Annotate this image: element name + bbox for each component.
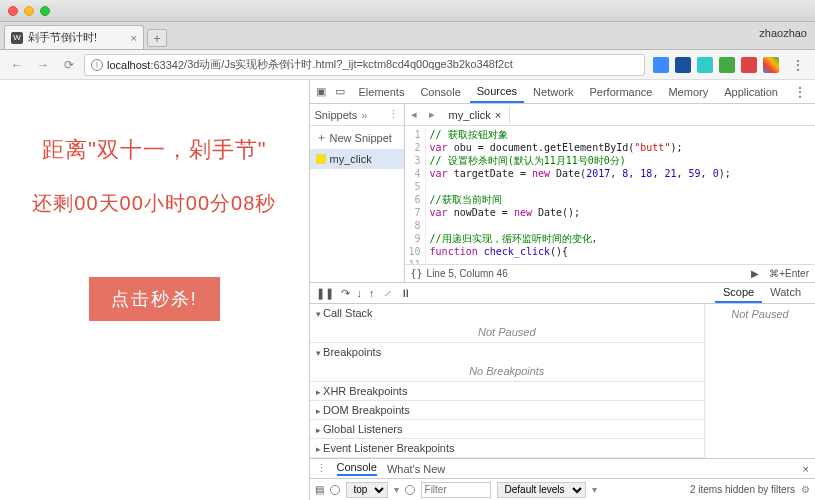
braces-icon[interactable]: {} — [411, 268, 423, 279]
scope-tabs: Scope Watch — [715, 283, 809, 303]
file-nav-prev-icon[interactable]: ◂ — [405, 108, 423, 121]
url-path: /3d动画/Js实现秒杀倒计时.html?_ijt=kctm8cd4q00qge… — [184, 57, 513, 72]
snippets-sidebar: Snippets » ⋮ ＋ New Snippet my_click — [310, 104, 405, 282]
editor-status: {} Line 5, Column 46 ▶ ⌘+Enter — [405, 264, 815, 282]
nav-reload-button[interactable]: ⟳ — [58, 54, 80, 76]
address-bar[interactable]: i localhost:63342/3d动画/Js实现秒杀倒计时.html?_i… — [84, 54, 645, 76]
new-snippet-label: New Snippet — [330, 132, 392, 144]
levels-select[interactable]: Default levels — [497, 482, 586, 498]
extension-icon[interactable] — [741, 57, 757, 73]
webpage-content: 距离"双十一，剁手节" 还剩00天00小时00分08秒 点击秒杀! — [0, 80, 309, 500]
clear-console-icon[interactable] — [330, 485, 340, 495]
code-content[interactable]: // 获取按钮对象 var obu = document.getElementB… — [426, 126, 815, 264]
tab-application[interactable]: Application — [717, 82, 785, 102]
snippet-item[interactable]: my_click — [310, 149, 404, 169]
file-tabbar: ◂ ▸ my_click × — [405, 104, 815, 126]
filter-input[interactable] — [421, 482, 491, 498]
breakpoints-empty: No Breakpoints — [310, 361, 704, 381]
devtools-menu-button[interactable]: ⋮ — [789, 84, 811, 100]
console-toolbar: ▤ top ▾ Default levels ▾ 2 items hidden … — [310, 478, 815, 500]
window-titlebar — [0, 0, 815, 22]
drawer-close-icon[interactable]: × — [803, 463, 809, 475]
tab-memory[interactable]: Memory — [661, 82, 715, 102]
window-maximize-button[interactable] — [40, 6, 50, 16]
extension-icon[interactable] — [675, 57, 691, 73]
chevrons-icon[interactable]: » — [361, 109, 367, 121]
window-minimize-button[interactable] — [24, 6, 34, 16]
tab-console[interactable]: Console — [413, 82, 467, 102]
step-over-icon[interactable]: ↷ — [341, 287, 350, 300]
section-global-listeners[interactable]: Global Listeners — [310, 420, 704, 438]
code-editor[interactable]: 1234567891011121314151617181920212223242… — [405, 126, 815, 264]
run-shortcut: ⌘+Enter — [769, 268, 809, 279]
console-settings-icon[interactable]: ⚙ — [801, 484, 810, 495]
cursor-position: Line 5, Column 46 — [427, 268, 508, 279]
extension-icon[interactable] — [697, 57, 713, 73]
toolbar: ← → ⟳ i localhost:63342/3d动画/Js实现秒杀倒计时.h… — [0, 50, 815, 80]
window-close-button[interactable] — [8, 6, 18, 16]
line-gutter: 1234567891011121314151617181920212223242… — [405, 126, 426, 264]
section-breakpoints[interactable]: Breakpoints — [310, 343, 704, 361]
section-dom-bp[interactable]: DOM Breakpoints — [310, 401, 704, 419]
nav-back-button[interactable]: ← — [6, 54, 28, 76]
pause-exceptions-icon[interactable]: ⏸ — [400, 287, 411, 299]
extension-icon[interactable] — [763, 57, 779, 73]
browser-tab[interactable]: W 剁手节倒计时! × — [4, 25, 144, 49]
extensions-tray — [649, 57, 783, 73]
snippets-header[interactable]: Snippets » ⋮ — [310, 104, 404, 126]
device-toggle-icon[interactable]: ▭ — [333, 85, 347, 99]
context-select[interactable]: top — [346, 482, 388, 498]
snippets-title: Snippets — [315, 109, 358, 121]
deactivate-bp-icon[interactable]: ⟋ — [382, 287, 393, 299]
drawer-menu-icon[interactable]: ⋮ — [316, 462, 327, 475]
tab-watch[interactable]: Watch — [762, 283, 809, 303]
live-expr-icon[interactable] — [405, 485, 415, 495]
tab-scope[interactable]: Scope — [715, 283, 762, 303]
section-callstack[interactable]: Call Stack — [310, 304, 704, 322]
traffic-lights — [8, 6, 50, 16]
debugger-controls: ❚❚ ↷ ↓ ↑ ⟋ ⏸ Scope Watch — [310, 282, 815, 304]
drawer-tabbar: ⋮ Console What's New × — [310, 458, 815, 478]
callstack-empty: Not Paused — [310, 322, 704, 342]
drawer-tab-whatsnew[interactable]: What's New — [387, 463, 445, 475]
file-tab[interactable]: my_click × — [441, 106, 511, 124]
page-heading: 距离"双十一，剁手节" — [42, 135, 267, 165]
drawer-tab-console[interactable]: Console — [337, 461, 377, 476]
close-icon[interactable]: × — [495, 109, 501, 121]
snippet-name: my_click — [330, 153, 372, 165]
pause-icon[interactable]: ❚❚ — [316, 287, 334, 300]
tab-sources[interactable]: Sources — [470, 81, 524, 103]
new-snippet-button[interactable]: ＋ New Snippet — [310, 126, 404, 149]
devtools-tabbar: ▣ ▭ Elements Console Sources Network Per… — [310, 80, 815, 104]
snippets-more-icon[interactable]: ⋮ — [388, 108, 399, 121]
run-icon[interactable]: ▶ — [751, 268, 759, 279]
tab-elements[interactable]: Elements — [352, 82, 412, 102]
hidden-count[interactable]: 2 items hidden by filters — [690, 484, 795, 495]
step-out-icon[interactable]: ↑ — [369, 287, 375, 299]
nav-forward-button[interactable]: → — [32, 54, 54, 76]
seckill-button[interactable]: 点击秒杀! — [89, 277, 220, 321]
section-xhr[interactable]: XHR Breakpoints — [310, 382, 704, 400]
extension-icon[interactable] — [653, 57, 669, 73]
devtools-panel: ▣ ▭ Elements Console Sources Network Per… — [309, 80, 815, 500]
step-into-icon[interactable]: ↓ — [357, 287, 363, 299]
tab-performance[interactable]: Performance — [582, 82, 659, 102]
profile-label[interactable]: zhaozhao — [759, 27, 807, 39]
extension-icon[interactable] — [719, 57, 735, 73]
browser-tabstrip: W 剁手节倒计时! × ＋ zhaozhao — [0, 22, 815, 50]
inspect-icon[interactable]: ▣ — [314, 85, 328, 99]
editor-area: ◂ ▸ my_click × 1234567891011121314151617… — [405, 104, 815, 282]
js-file-icon — [316, 154, 326, 164]
debugger-sections: Call Stack Not Paused Breakpoints No Bre… — [310, 304, 815, 458]
countdown-text: 还剩00天00小时00分08秒 — [32, 190, 276, 217]
tab-close-button[interactable]: × — [131, 32, 137, 44]
file-nav-next-icon[interactable]: ▸ — [423, 108, 441, 121]
scope-empty: Not Paused — [705, 304, 815, 324]
console-sidebar-icon[interactable]: ▤ — [315, 484, 324, 495]
browser-menu-button[interactable]: ⋮ — [787, 57, 809, 73]
site-info-icon[interactable]: i — [91, 59, 103, 71]
section-event-bp[interactable]: Event Listener Breakpoints — [310, 439, 704, 457]
url-host: localhost — [107, 59, 150, 71]
tab-network[interactable]: Network — [526, 82, 580, 102]
new-tab-button[interactable]: ＋ — [147, 29, 167, 47]
